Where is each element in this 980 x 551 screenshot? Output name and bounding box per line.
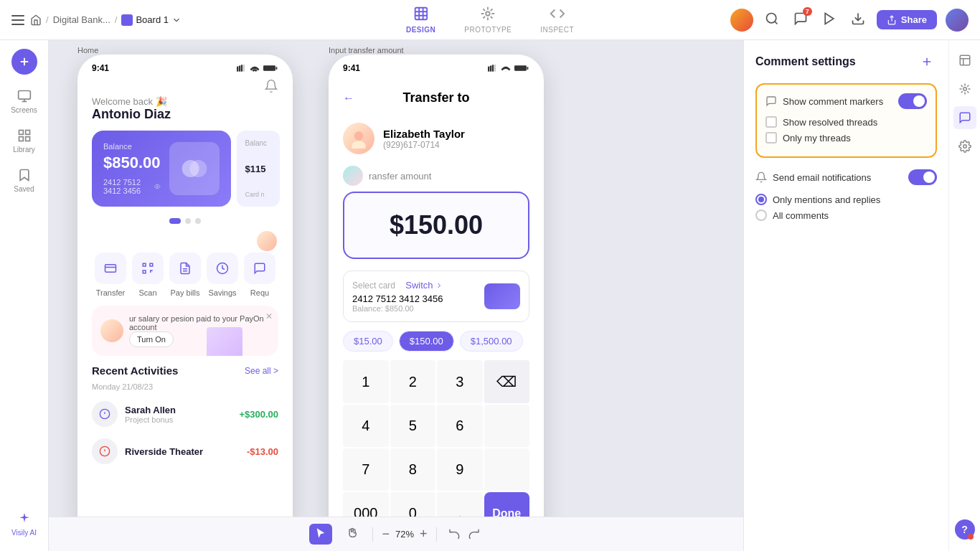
sidebar-item-visily-ai[interactable]: Visily AI: [4, 506, 44, 542]
only-my-threads-row: Only my threads: [765, 132, 927, 143]
comment-button[interactable]: 7: [791, 9, 811, 31]
balance-card: Balance $850.00 2412 7512 3412 3456: [92, 131, 231, 207]
numpad-empty-1: [484, 405, 530, 447]
show-resolved-checkbox[interactable]: [765, 116, 777, 128]
only-my-threads-checkbox[interactable]: [765, 132, 777, 143]
promo-close-button[interactable]: ✕: [265, 311, 273, 321]
numpad-empty-2: [484, 448, 530, 491]
user-avatar[interactable]: [946, 9, 969, 32]
zoom-in-button[interactable]: +: [420, 527, 428, 542]
notification-dot: [968, 534, 974, 540]
action-scan[interactable]: Scan: [132, 253, 164, 297]
turn-on-button[interactable]: Turn On: [129, 331, 174, 347]
add-screen-button[interactable]: [11, 49, 37, 75]
right-icon-strip: ?: [948, 40, 980, 551]
redo-button[interactable]: [466, 524, 483, 544]
svg-point-1: [486, 11, 491, 16]
action-request[interactable]: Requ: [244, 253, 275, 297]
sidebar-item-screens[interactable]: Screens: [4, 83, 44, 120]
numpad-8[interactable]: 8: [390, 448, 436, 491]
promo-banner: ur salary or pesion paid to your PayOn a…: [92, 306, 278, 356]
see-all-link[interactable]: See all >: [245, 366, 278, 376]
comment-settings-panel: Comment settings Show comment markers Sh…: [744, 40, 948, 551]
numpad-2[interactable]: 2: [390, 360, 436, 403]
phone-frame-transfer: 9:41 ← Transfer to Elizabeth Taylor (929…: [329, 55, 544, 542]
svg-rect-41: [490, 66, 491, 72]
numpad-7[interactable]: 7: [343, 448, 389, 491]
tab-design[interactable]: DESIGN: [400, 3, 441, 37]
tab-inspect[interactable]: INSPECT: [534, 3, 580, 37]
numpad-delete[interactable]: ⌫: [484, 360, 530, 403]
numpad-1[interactable]: 1: [343, 360, 389, 403]
numpad-4[interactable]: 4: [343, 405, 389, 447]
topnav: / Digital Bank... / Board 1 DESIGN PROTO…: [0, 0, 980, 40]
quick-amount-150[interactable]: $150.00: [399, 331, 454, 352]
back-button[interactable]: ←: [343, 92, 354, 105]
right-icon-components[interactable]: [953, 77, 976, 100]
right-icon-comment-active[interactable]: [953, 106, 976, 129]
tab-prototype[interactable]: PROTOTYPE: [458, 3, 517, 37]
numpad-3[interactable]: 3: [437, 360, 483, 403]
switch-card-button[interactable]: Switch: [405, 280, 443, 291]
nav-right: 7 Share: [730, 9, 969, 32]
home-icon[interactable]: [30, 14, 42, 26]
only-mentions-row: Only mentions and replies: [755, 194, 937, 205]
add-comment-button[interactable]: [917, 52, 937, 72]
hand-tool[interactable]: [341, 524, 364, 544]
svg-rect-18: [241, 65, 242, 71]
svg-rect-40: [488, 67, 489, 72]
action-transfer[interactable]: Transfer: [95, 253, 126, 297]
numpad-6[interactable]: 6: [437, 405, 483, 447]
svg-line-3: [775, 22, 778, 24]
menu-icon[interactable]: [11, 15, 24, 25]
bottom-toolbar: − 72% +: [49, 517, 743, 551]
download-button[interactable]: [848, 9, 868, 31]
amount-display: $150.00: [343, 192, 529, 259]
play-button[interactable]: [819, 9, 839, 31]
svg-rect-52: [960, 55, 970, 65]
show-resolved-row: Show resolved threads: [765, 116, 927, 128]
all-comments-radio[interactable]: [755, 209, 767, 221]
show-comment-markers-toggle[interactable]: [898, 93, 927, 109]
breadcrumb-board[interactable]: Board 1: [121, 14, 182, 26]
card-selector[interactable]: Select card Switch 2412 7512 3412 3456 B…: [343, 270, 529, 322]
svg-rect-22: [264, 66, 274, 70]
right-icon-settings[interactable]: [953, 135, 976, 158]
only-mentions-radio[interactable]: [755, 194, 767, 205]
send-email-toggle[interactable]: [908, 169, 937, 185]
quick-amount-15[interactable]: $15.00: [343, 331, 393, 352]
send-email-row: Send email notifications: [755, 169, 937, 185]
breadcrumb-project[interactable]: Digital Bank...: [53, 14, 110, 25]
svg-rect-30: [150, 263, 153, 266]
zoom-out-button[interactable]: −: [382, 527, 390, 542]
sidebar-item-saved[interactable]: Saved: [4, 162, 44, 199]
quick-amount-options: $15.00 $150.00 $1,500.00: [329, 331, 544, 360]
notifications-section: Send email notifications Only mentions a…: [755, 169, 937, 221]
numpad-9[interactable]: 9: [437, 448, 483, 491]
cursor-tool[interactable]: [309, 524, 332, 545]
svg-marker-4: [825, 14, 834, 24]
svg-rect-14: [25, 137, 29, 141]
svg-point-2: [766, 14, 776, 23]
search-button[interactable]: [762, 9, 782, 31]
all-comments-row: All comments: [755, 209, 937, 221]
numpad-5[interactable]: 5: [390, 405, 436, 447]
comment-settings-box: Show comment markers Show resolved threa…: [755, 83, 937, 158]
svg-rect-15: [19, 137, 23, 141]
svg-point-48: [354, 131, 364, 141]
user-avatar-top[interactable]: [730, 9, 753, 32]
action-savings[interactable]: Savings: [207, 253, 238, 297]
svg-rect-9: [18, 91, 30, 100]
action-pay-bills[interactable]: Pay bills: [169, 253, 201, 297]
undo-button[interactable]: [446, 524, 463, 544]
right-icon-layout[interactable]: [953, 49, 976, 72]
quick-amount-1500[interactable]: $1,500.00: [460, 331, 523, 352]
svg-point-26: [189, 160, 207, 177]
sidebar-item-library[interactable]: Library: [4, 123, 44, 159]
board-icon: [121, 14, 133, 26]
nav-tabs: DESIGN PROTOTYPE INSPECT: [400, 3, 580, 37]
svg-rect-12: [19, 131, 23, 135]
chevron-down-icon: [171, 15, 182, 25]
svg-point-53: [963, 88, 966, 91]
share-button[interactable]: Share: [877, 10, 937, 29]
